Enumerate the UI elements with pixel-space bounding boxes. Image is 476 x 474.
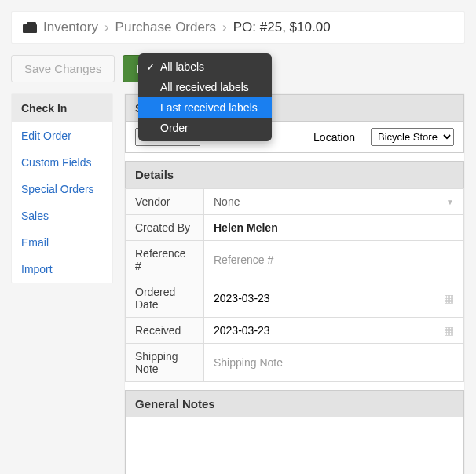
sidebar-item-custom-fields[interactable]: Custom Fields (12, 149, 112, 176)
ordered-date-value[interactable]: 2023-03-23 (214, 292, 270, 304)
sidebar: Check In Edit Order Custom Fields Specia… (11, 93, 113, 283)
vendor-value: None (214, 195, 240, 208)
details-table: Vendor None ▼ Created By Helen Melen Ref… (125, 188, 464, 382)
dropdown-item-order[interactable]: Order (138, 118, 272, 138)
shipping-note-input[interactable] (214, 356, 454, 369)
details-header: Details (125, 161, 464, 188)
chevron-right-icon: › (104, 20, 109, 35)
ordered-date-label: Ordered Date (126, 279, 204, 318)
received-value[interactable]: 2023-03-23 (214, 324, 270, 337)
breadcrumb: Inventory › Purchase Orders › PO: #25, $… (11, 11, 465, 44)
sidebar-item-sales[interactable]: Sales (12, 202, 112, 229)
breadcrumb-current: PO: #25, $10.00 (233, 20, 331, 35)
calendar-icon[interactable]: ▦ (444, 292, 454, 304)
received-label: Received (126, 318, 204, 344)
dropdown-item-all-labels[interactable]: All labels (138, 57, 272, 77)
chevron-right-icon: › (222, 20, 227, 35)
sidebar-item-special-orders[interactable]: Special Orders (12, 176, 112, 202)
breadcrumb-purchase-orders[interactable]: Purchase Orders (115, 20, 217, 35)
location-select[interactable]: Bicycle Store (371, 128, 454, 146)
chevron-down-icon: ▼ (446, 198, 454, 206)
general-notes-textarea[interactable] (125, 417, 464, 474)
print-labels-dropdown: All labels All received labels Last rece… (138, 53, 272, 141)
general-notes-header: General Notes (125, 390, 464, 417)
dropdown-item-all-received-labels[interactable]: All received labels (138, 77, 272, 97)
location-label: Location (313, 131, 355, 144)
calendar-icon[interactable]: ▦ (444, 324, 454, 337)
sidebar-header: Check In (12, 94, 112, 122)
dropdown-item-last-received-labels[interactable]: Last received labels (138, 97, 272, 118)
save-changes-button[interactable]: Save Changes (11, 55, 115, 82)
sidebar-item-email[interactable]: Email (12, 229, 112, 256)
main-panel: Status Check-In Location Bicycle Store D… (124, 93, 465, 474)
breadcrumb-inventory[interactable]: Inventory (43, 20, 98, 35)
sidebar-item-import[interactable]: Import (12, 256, 112, 283)
vendor-label: Vendor (126, 189, 204, 215)
shipping-note-label: Shipping Note (126, 344, 204, 382)
reference-label: Reference # (126, 241, 204, 279)
created-by-label: Created By (126, 215, 204, 241)
briefcase-icon (23, 22, 37, 33)
vendor-select[interactable]: None ▼ (214, 195, 454, 208)
sidebar-item-edit-order[interactable]: Edit Order (12, 122, 112, 149)
toolbar: Save Changes Finished All labels All rec… (11, 55, 465, 82)
created-by-value: Helen Melen (204, 215, 464, 241)
reference-input[interactable] (214, 253, 454, 266)
